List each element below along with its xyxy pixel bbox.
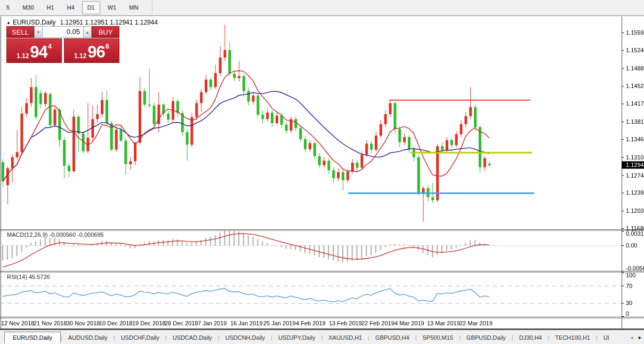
quote-header: ▲EURUSD,Daily1.12951 1.12951 1.12941 1.1…	[6, 19, 158, 26]
one-click-trade-panel: SELL ▼ 0.05 ▲ BUY 1.12 94 4 1.12 96 6	[6, 26, 119, 63]
ask-price-pip: 6	[106, 42, 109, 50]
timeframe-button-5[interactable]: 5	[1, 1, 15, 14]
symbol-tab-usdjpy-daily[interactable]: USDJPY,Daily	[272, 332, 321, 343]
tab-scroll-controls: ◄ ►	[626, 330, 642, 344]
chart-window: ▲EURUSD,Daily1.12951 1.12951 1.12941 1.1…	[0, 15, 644, 330]
buy-button[interactable]: BUY	[92, 26, 119, 38]
trading-terminal: 5M30H1H4D1W1MN ▲EURUSD,Daily1.12951 1.12…	[0, 0, 644, 344]
timeframe-button-m30[interactable]: M30	[17, 1, 39, 14]
timeframe-button-w1[interactable]: W1	[102, 1, 122, 14]
symbol-tab-dj30-h4[interactable]: DJ30,H4	[513, 332, 548, 343]
bid-price-prefix: 1.12	[17, 52, 29, 60]
toolbar-separator	[152, 2, 153, 13]
quote-symbol: EURUSD,Daily	[13, 19, 56, 26]
ask-price-main: 96	[87, 45, 104, 60]
symbol-tab-gbpusd-h4[interactable]: GBPUSD,H4	[369, 332, 415, 343]
symbol-tab-audusd-daily[interactable]: AUDUSD,Daily	[62, 332, 114, 343]
sell-button[interactable]: SELL	[6, 26, 34, 38]
timeframe-button-mn[interactable]: MN	[124, 1, 143, 14]
quote-ohlc: 1.12951 1.12951 1.12941 1.12944	[60, 19, 158, 26]
ask-price-box[interactable]: 1.12 96 6	[64, 38, 119, 63]
timeframe-button-h1[interactable]: H1	[42, 1, 60, 14]
spin-down-icon: ▼	[37, 30, 41, 34]
timeframe-toolbar: 5M30H1H4D1W1MN	[0, 0, 644, 15]
symbol-tab-bar: EURUSD,Daily|AUDUSD,Daily|USDCHF,Daily|U…	[0, 330, 644, 344]
symbol-tab-gbpusd-daily[interactable]: GBPUSD,Daily	[461, 332, 512, 343]
lot-increase-button[interactable]: ▲	[83, 26, 92, 38]
symbol-tab-usdcad-daily[interactable]: USDCAD,Daily	[167, 332, 218, 343]
bid-price-pip: 4	[48, 42, 52, 50]
symbol-tab-usdchf-daily[interactable]: USDCHF,Daily	[115, 332, 165, 343]
symbol-tab-eurusd-daily[interactable]: EURUSD,Daily	[4, 332, 61, 343]
macd-indicator-label: MACD(12,26,9) -0.000560 -0.000695	[7, 231, 104, 238]
bid-price-box[interactable]: 1.12 94 4	[6, 38, 62, 63]
timeframe-button-h4[interactable]: H4	[62, 1, 80, 14]
spin-up-icon: ▲	[86, 30, 90, 34]
symbol-tab-ui[interactable]: UI	[598, 332, 615, 343]
symbol-tab-tech100-h1[interactable]: TECH100,H1	[549, 332, 595, 343]
price-chart-canvas[interactable]	[0, 17, 644, 330]
ask-price-prefix: 1.12	[74, 52, 86, 60]
tab-scroll-right-icon[interactable]: ►	[638, 335, 642, 340]
bid-price-main: 94	[30, 45, 47, 60]
symbol-tab-usdcnh-daily[interactable]: USDCNH,Daily	[219, 332, 271, 343]
lot-size-input[interactable]: 0.05	[43, 26, 83, 38]
lot-decrease-button[interactable]: ▼	[34, 26, 43, 38]
tab-scroll-left-icon[interactable]: ◄	[629, 335, 634, 340]
symbol-tab-xauusd-h1[interactable]: XAUUSD,H1	[323, 332, 368, 343]
rsi-indicator-label: RSI(14) 45.5726	[7, 274, 50, 280]
timeframe-button-d1[interactable]: D1	[82, 1, 100, 14]
symbol-marker-icon: ▲	[6, 20, 11, 25]
symbol-tab-sp500-m15[interactable]: SP500,M15	[417, 332, 459, 343]
